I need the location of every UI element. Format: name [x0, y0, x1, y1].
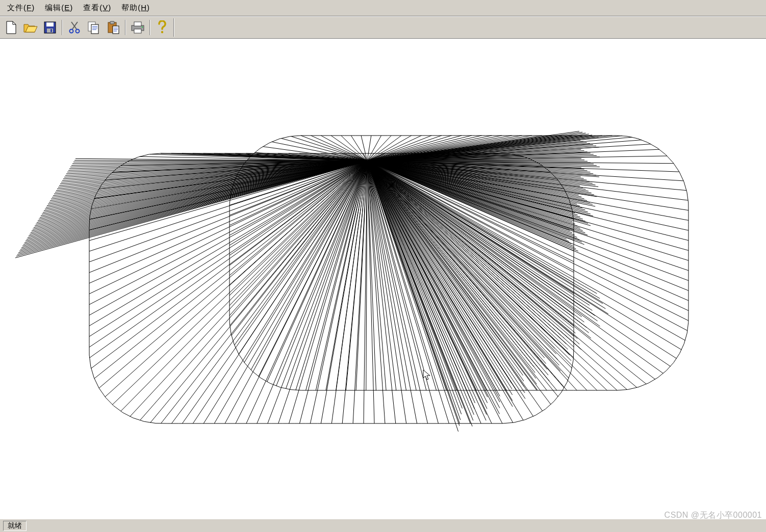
save-icon — [44, 21, 56, 34]
help-icon — [157, 20, 168, 35]
print-button[interactable] — [129, 18, 147, 37]
drawing-surface — [0, 39, 766, 519]
cut-button[interactable] — [65, 18, 84, 37]
new-button[interactable] — [2, 18, 20, 37]
status-text-cell: 就绪 — [3, 521, 27, 531]
toolbar — [0, 16, 766, 39]
svg-point-5 — [76, 30, 80, 33]
toolbar-separator — [125, 20, 126, 35]
status-bar: 就绪 — [0, 519, 766, 532]
svg-rect-2 — [47, 29, 53, 33]
menu-view[interactable]: 查看(V) — [78, 1, 116, 15]
svg-rect-9 — [110, 21, 114, 24]
menu-edit-label: 编辑(E) — [45, 3, 73, 12]
save-button[interactable] — [41, 18, 59, 37]
svg-point-14 — [142, 26, 143, 28]
toolbar-separator — [62, 20, 63, 35]
open-button[interactable] — [21, 18, 40, 37]
menu-file[interactable]: 文件(F) — [2, 1, 40, 15]
svg-rect-13 — [134, 29, 141, 33]
copy-button[interactable] — [85, 18, 103, 37]
svg-point-15 — [161, 31, 163, 33]
svg-rect-1 — [46, 22, 54, 26]
new-icon — [6, 21, 17, 34]
menu-help-label: 帮助(H) — [121, 3, 150, 12]
svg-point-4 — [70, 30, 73, 33]
about-button[interactable] — [153, 18, 171, 37]
svg-rect-12 — [134, 22, 141, 26]
paste-button[interactable] — [104, 18, 122, 37]
status-text: 就绪 — [8, 521, 22, 530]
svg-rect-7 — [91, 24, 98, 34]
svg-rect-3 — [50, 29, 52, 32]
menu-help[interactable]: 帮助(H) — [116, 1, 155, 15]
menu-file-label: 文件(F) — [7, 3, 35, 12]
copy-icon — [87, 21, 100, 34]
menu-bar: 文件(F) 编辑(E) 查看(V) 帮助(H) — [0, 0, 766, 16]
drawing-canvas[interactable] — [0, 39, 766, 519]
print-icon — [131, 21, 145, 34]
cut-icon — [69, 21, 80, 34]
open-icon — [23, 22, 38, 33]
toolbar-separator — [149, 20, 150, 35]
paste-icon — [107, 21, 120, 34]
menu-edit[interactable]: 编辑(E) — [40, 1, 78, 15]
menu-view-label: 查看(V) — [83, 3, 111, 12]
toolbar-end-separator — [173, 18, 174, 37]
